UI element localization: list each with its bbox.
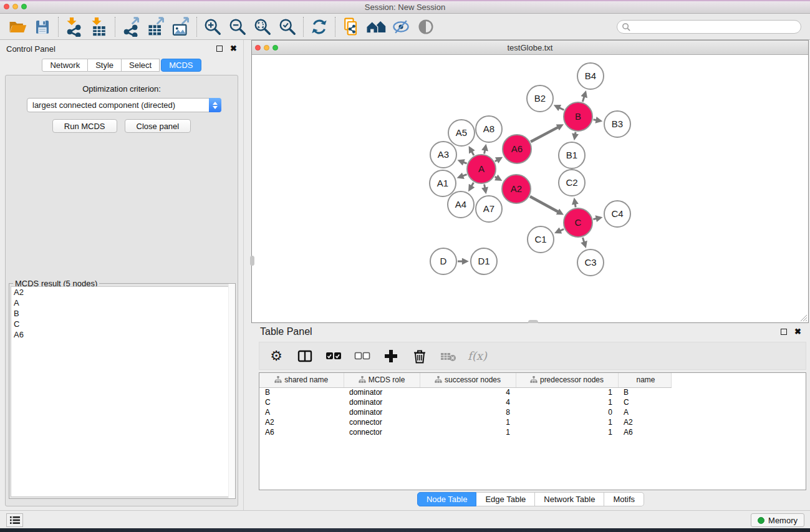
hide-columns-button[interactable] bbox=[353, 347, 372, 365]
column-header-successor-nodes[interactable]: successor nodes bbox=[420, 373, 516, 387]
tab-network-table[interactable]: Network Table bbox=[535, 492, 604, 506]
graph-node-B2[interactable]: B2 bbox=[527, 85, 553, 112]
result-item[interactable]: A bbox=[11, 297, 233, 308]
graph-node-D[interactable]: D bbox=[430, 248, 456, 274]
tab-node-table[interactable]: Node Table bbox=[417, 492, 477, 506]
graph-node-A1[interactable]: A1 bbox=[430, 170, 456, 196]
delete-table-button[interactable] bbox=[439, 347, 458, 365]
column-header-predecessor-nodes[interactable]: predecessor nodes bbox=[516, 373, 618, 387]
network-minimize-button[interactable] bbox=[264, 45, 269, 51]
graph-node-B1[interactable]: B1 bbox=[559, 142, 585, 168]
graph-node-A4[interactable]: A4 bbox=[448, 191, 474, 218]
edge-B-B4[interactable] bbox=[582, 96, 584, 102]
criterion-dropdown[interactable]: largest connected component (directed) bbox=[27, 98, 221, 112]
edge-A-A5[interactable] bbox=[471, 152, 473, 155]
show-graphics-details-button[interactable] bbox=[413, 16, 438, 38]
close-window-button[interactable] bbox=[4, 4, 9, 9]
memory-button[interactable]: Memory bbox=[751, 513, 804, 527]
tab-style[interactable]: Style bbox=[88, 59, 122, 72]
graph-node-A8[interactable]: A8 bbox=[476, 116, 502, 142]
split-columns-button[interactable] bbox=[296, 347, 314, 365]
save-session-button[interactable] bbox=[30, 16, 55, 38]
edge-A-A6[interactable] bbox=[495, 160, 498, 162]
table-row[interactable]: Bdominator41B bbox=[259, 387, 806, 397]
table-row[interactable]: Cdominator41C bbox=[259, 397, 806, 407]
graph-node-A2[interactable]: A2 bbox=[502, 175, 531, 203]
result-item[interactable]: A2 bbox=[11, 287, 233, 297]
close-table-panel-icon[interactable]: ✖ bbox=[794, 329, 801, 335]
tab-select[interactable]: Select bbox=[122, 59, 160, 72]
close-panel-button[interactable]: Close panel bbox=[125, 119, 191, 133]
export-image-button[interactable] bbox=[168, 16, 193, 38]
network-canvas[interactable]: B4B2BB3B1A5A8A6A3AA1A2A4A7C2CC4C1C3DD1 bbox=[252, 56, 808, 322]
maximize-window-button[interactable] bbox=[21, 4, 27, 9]
zoom-selected-button[interactable] bbox=[275, 16, 300, 38]
graph-node-C[interactable]: C bbox=[564, 208, 592, 237]
result-item[interactable]: C bbox=[11, 319, 233, 329]
network-graph[interactable]: B4B2BB3B1A5A8A6A3AA1A2A4A7C2CC4C1C3DD1 bbox=[252, 56, 808, 322]
float-table-panel-icon[interactable] bbox=[781, 329, 787, 335]
zoom-out-button[interactable] bbox=[225, 16, 250, 38]
graph-node-B4[interactable]: B4 bbox=[577, 63, 604, 89]
edge-A-A7[interactable] bbox=[485, 185, 485, 188]
zoom-fit-button[interactable] bbox=[250, 16, 275, 38]
minimize-window-button[interactable] bbox=[12, 4, 18, 9]
edge-A2-C[interactable] bbox=[530, 196, 558, 212]
delete-column-button[interactable] bbox=[410, 347, 429, 365]
network-window-titlebar[interactable]: testGlobe.txt bbox=[252, 41, 808, 55]
graph-node-C2[interactable]: C2 bbox=[559, 170, 585, 196]
table-row[interactable]: A6connector11A6 bbox=[259, 427, 806, 437]
zoom-in-button[interactable] bbox=[200, 16, 225, 38]
edge-C-C2[interactable] bbox=[575, 204, 576, 208]
close-panel-icon[interactable]: ✖ bbox=[230, 46, 237, 52]
edge-A-A8[interactable] bbox=[485, 150, 485, 153]
home-view-button[interactable] bbox=[364, 16, 388, 38]
graph-node-C1[interactable]: C1 bbox=[528, 226, 554, 253]
graph-node-A[interactable]: A bbox=[467, 155, 496, 183]
table-settings-button[interactable]: ⚙ bbox=[267, 347, 286, 365]
float-panel-icon[interactable] bbox=[216, 46, 223, 52]
graph-node-A5[interactable]: A5 bbox=[448, 120, 475, 146]
edge-A-A2[interactable] bbox=[495, 177, 497, 178]
edge-C-C3[interactable] bbox=[582, 238, 584, 243]
function-builder-label[interactable]: f(x) bbox=[468, 349, 487, 362]
hide-graphics-details-button[interactable] bbox=[388, 16, 413, 38]
tab-edge-table[interactable]: Edge Table bbox=[476, 492, 535, 506]
edge-B-B3[interactable] bbox=[594, 120, 597, 120]
vertical-scrollbar-thumb[interactable] bbox=[250, 256, 254, 266]
export-network-button[interactable] bbox=[118, 16, 143, 38]
graph-node-B3[interactable]: B3 bbox=[604, 111, 630, 137]
search-input[interactable] bbox=[617, 20, 801, 34]
graph-node-C3[interactable]: C3 bbox=[577, 249, 604, 276]
result-list-scrollbar[interactable] bbox=[228, 284, 235, 498]
edge-C-C1[interactable] bbox=[560, 229, 564, 231]
tab-mcds[interactable]: MCDS bbox=[161, 59, 201, 72]
add-column-button[interactable] bbox=[382, 347, 400, 365]
tab-network[interactable]: Network bbox=[42, 59, 88, 72]
table-row[interactable]: Adominator80A bbox=[259, 407, 806, 417]
edge-A-A1[interactable] bbox=[463, 175, 467, 176]
graph-node-B[interactable]: B bbox=[564, 102, 592, 131]
graph-node-A7[interactable]: A7 bbox=[476, 196, 502, 222]
import-table-button[interactable] bbox=[87, 16, 112, 38]
export-table-button[interactable] bbox=[143, 16, 168, 38]
resize-grip-icon[interactable] bbox=[800, 314, 808, 322]
graph-node-C4[interactable]: C4 bbox=[604, 201, 630, 227]
result-item[interactable]: A6 bbox=[11, 329, 233, 340]
show-columns-button[interactable] bbox=[324, 347, 343, 365]
clone-network-button[interactable] bbox=[339, 16, 364, 38]
column-header-shared-name[interactable]: shared name bbox=[259, 373, 344, 387]
run-mcds-button[interactable]: Run MCDS bbox=[52, 119, 117, 133]
network-maximize-button[interactable] bbox=[272, 45, 278, 51]
open-file-button[interactable] bbox=[5, 16, 30, 38]
edge-C-C4[interactable] bbox=[593, 218, 596, 219]
column-header-name[interactable]: name bbox=[618, 373, 671, 387]
tab-motifs[interactable]: Motifs bbox=[604, 492, 644, 506]
edge-B-B2[interactable] bbox=[559, 108, 564, 110]
network-close-button[interactable] bbox=[255, 45, 261, 51]
column-header-MCDS-role[interactable]: MCDS role bbox=[344, 373, 420, 387]
graph-node-A3[interactable]: A3 bbox=[430, 142, 456, 168]
graph-node-A6[interactable]: A6 bbox=[503, 135, 531, 163]
refresh-button[interactable] bbox=[307, 16, 332, 38]
table-row[interactable]: A2connector11A2 bbox=[259, 417, 806, 427]
